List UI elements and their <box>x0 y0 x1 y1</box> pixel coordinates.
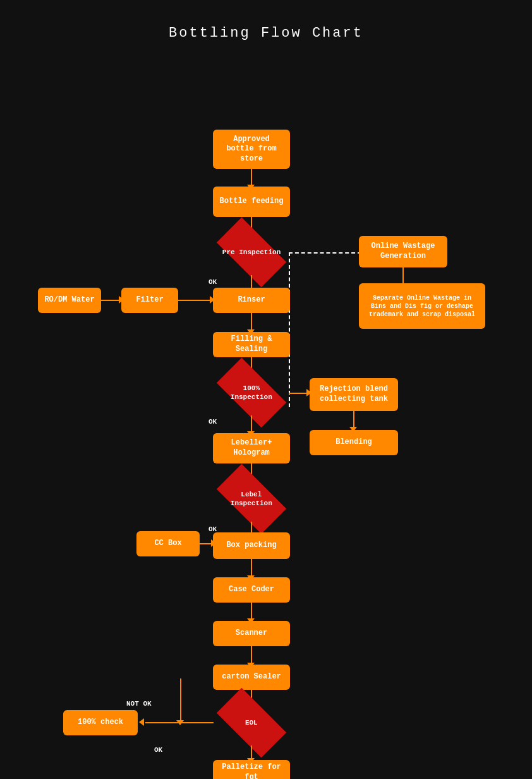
flowchart: Approved bottle from store Bottle feedin… <box>0 54 532 779</box>
lebel-inspection-diamond: Lebel Inspection <box>215 476 288 522</box>
online-wastage-box: Online Wastage Generation <box>359 236 447 267</box>
check-100-box: 100% check <box>63 710 138 735</box>
ok-label-eol: OK <box>154 746 162 754</box>
palletize-box: Palletize for fgt <box>213 760 290 779</box>
approved-bottle-box: Approved bottle from store <box>213 130 290 169</box>
filling-sealing-box: Filling & Sealing <box>213 332 290 357</box>
lebeller-box: Lebeller+ Hologram <box>213 433 290 463</box>
filter-box: Filter <box>121 288 178 313</box>
notok-label-eol: NOT OK <box>126 700 152 708</box>
case-coder-box: Case Coder <box>213 577 290 603</box>
scanner-box: Scanner <box>213 621 290 646</box>
blending-box: Blending <box>310 430 398 455</box>
cc-box: CC Box <box>136 531 200 556</box>
pre-inspection-diamond: Pre Inspection <box>215 230 288 275</box>
rinser-box: Rinser <box>213 288 290 313</box>
carton-sealer-box: carton Sealer <box>213 665 290 690</box>
page-title: Bottling Flow Chart <box>0 0 532 54</box>
separate-wastage-box: Separate Online Wastage in Bins and Dis … <box>359 283 485 329</box>
ro-dm-box: RO/DM Water <box>38 288 101 313</box>
bottle-feeding-box: Bottle feeding <box>213 187 290 217</box>
ok-label-pre: OK <box>209 278 217 286</box>
rejection-blend-box: Rejection blend collecting tank <box>310 378 398 411</box>
box-packing-box: Box packing <box>213 532 290 559</box>
ok-label-100: OK <box>209 418 217 426</box>
eol-diamond: EOL <box>215 700 288 745</box>
inspection-100-diamond: 100% Inspection <box>215 370 288 415</box>
